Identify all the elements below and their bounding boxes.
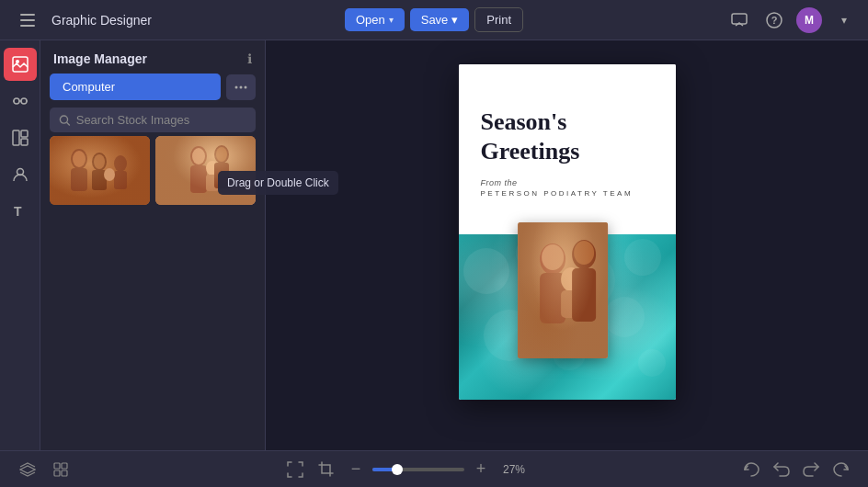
open-chevron-icon: ▾	[389, 15, 394, 25]
topbar: Graphic Designer Open ▾ Save ▾ Print ?	[0, 0, 868, 40]
svg-text:T: T	[14, 204, 22, 219]
grid-view-button[interactable]	[48, 457, 74, 482]
svg-point-57	[561, 267, 581, 291]
svg-rect-38	[190, 165, 207, 193]
zoom-in-button[interactable]: +	[470, 459, 492, 481]
hamburger-menu-button[interactable]	[11, 4, 44, 37]
computer-row: Computer	[50, 74, 256, 100]
expand-button[interactable]: ▾	[831, 7, 857, 33]
zoom-out-button[interactable]: −	[345, 459, 367, 481]
svg-rect-13	[13, 130, 19, 145]
svg-rect-0	[20, 14, 35, 16]
svg-point-28	[92, 153, 107, 171]
svg-rect-63	[62, 463, 67, 469]
svg-point-59	[572, 240, 596, 269]
svg-point-54	[540, 244, 565, 275]
topbar-center: Open ▾ Save ▾ Print	[345, 7, 523, 32]
images-panel-button[interactable]	[4, 48, 37, 81]
svg-point-21	[60, 116, 67, 123]
filters-panel-button[interactable]	[4, 85, 37, 118]
bottombar-right	[739, 457, 853, 482]
card-from: From the	[481, 178, 518, 187]
text-panel-button[interactable]: T	[4, 195, 37, 228]
people-panel-button[interactable]	[4, 158, 37, 191]
svg-point-41	[214, 145, 229, 164]
svg-rect-62	[54, 463, 60, 469]
svg-point-33	[104, 168, 115, 181]
undo-all-button[interactable]	[739, 457, 765, 482]
svg-point-48	[604, 297, 645, 337]
svg-line-22	[67, 122, 70, 125]
svg-rect-65	[62, 470, 67, 476]
svg-point-42	[216, 147, 227, 162]
card-team: PETERSON PODIATRY TEAM	[481, 189, 634, 198]
layouts-panel-button[interactable]	[4, 121, 37, 154]
search-icon	[59, 114, 71, 127]
svg-point-8	[14, 98, 19, 104]
avatar[interactable]: M	[796, 7, 822, 33]
undo-button[interactable]	[769, 457, 794, 482]
svg-point-25	[71, 149, 87, 169]
svg-rect-61	[572, 268, 596, 322]
app-title: Graphic Designer	[51, 13, 152, 28]
computer-button[interactable]: Computer	[50, 74, 221, 100]
zoom-slider[interactable]	[372, 468, 464, 471]
svg-point-20	[245, 85, 247, 88]
svg-rect-34	[155, 136, 256, 205]
left-panel: Image Manager ℹ Computer	[40, 40, 266, 450]
canvas-area[interactable]: Season's Greetings From the PETERSON POD…	[266, 40, 868, 450]
svg-rect-52	[518, 222, 608, 358]
help-button[interactable]: ?	[761, 7, 787, 33]
redo-all-button[interactable]	[828, 457, 853, 482]
search-input[interactable]	[76, 113, 246, 127]
save-chevron-icon: ▾	[451, 13, 458, 27]
design-card: Season's Greetings From the PETERSON POD…	[459, 64, 676, 400]
redo-button[interactable]	[798, 457, 824, 482]
main-area: T Image Manager ℹ Computer	[0, 40, 868, 450]
svg-rect-64	[54, 470, 60, 476]
svg-rect-56	[540, 273, 565, 323]
svg-rect-43	[214, 163, 229, 188]
panel-title: Image Manager	[53, 51, 147, 66]
svg-point-9	[21, 98, 27, 104]
svg-point-60	[574, 241, 594, 265]
svg-rect-14	[21, 130, 28, 137]
layers-button[interactable]	[15, 457, 40, 482]
print-button[interactable]: Print	[474, 7, 523, 32]
info-icon[interactable]: ℹ	[247, 51, 252, 66]
crop-button[interactable]	[314, 457, 339, 482]
comments-button[interactable]	[726, 7, 752, 33]
search-bar[interactable]	[50, 108, 256, 132]
svg-point-26	[73, 151, 86, 167]
card-top: Season's Greetings From the PETERSON POD…	[459, 64, 676, 234]
card-title: Season's Greetings	[481, 108, 580, 164]
more-options-button[interactable]	[226, 74, 256, 100]
thumbnail-2[interactable]	[155, 136, 256, 205]
open-button[interactable]: Open ▾	[345, 8, 405, 31]
thumbnail-1[interactable]	[50, 136, 150, 205]
panel-body: Computer	[40, 74, 265, 132]
topbar-left: Graphic Designer	[11, 4, 345, 37]
save-button[interactable]: Save ▾	[410, 8, 470, 31]
svg-rect-2	[20, 25, 35, 27]
svg-rect-53	[518, 222, 608, 358]
svg-rect-15	[21, 139, 28, 145]
svg-rect-30	[92, 170, 107, 190]
svg-point-19	[240, 85, 243, 88]
zoom-label: 27%	[497, 463, 531, 476]
fit-to-screen-button[interactable]	[282, 457, 308, 482]
bottombar-center: − + 27%	[282, 457, 531, 482]
svg-point-44	[463, 248, 509, 294]
bottombar-left	[15, 457, 74, 482]
svg-rect-27	[71, 168, 87, 191]
svg-point-31	[114, 155, 127, 172]
panel-header: Image Manager ℹ	[40, 40, 265, 74]
svg-point-55	[542, 244, 564, 270]
svg-rect-1	[20, 19, 35, 21]
bottombar: − + 27%	[0, 450, 868, 487]
svg-rect-32	[114, 171, 127, 189]
svg-point-47	[624, 239, 661, 276]
svg-rect-23	[50, 136, 150, 205]
svg-point-18	[235, 85, 238, 88]
images-grid	[40, 132, 265, 209]
